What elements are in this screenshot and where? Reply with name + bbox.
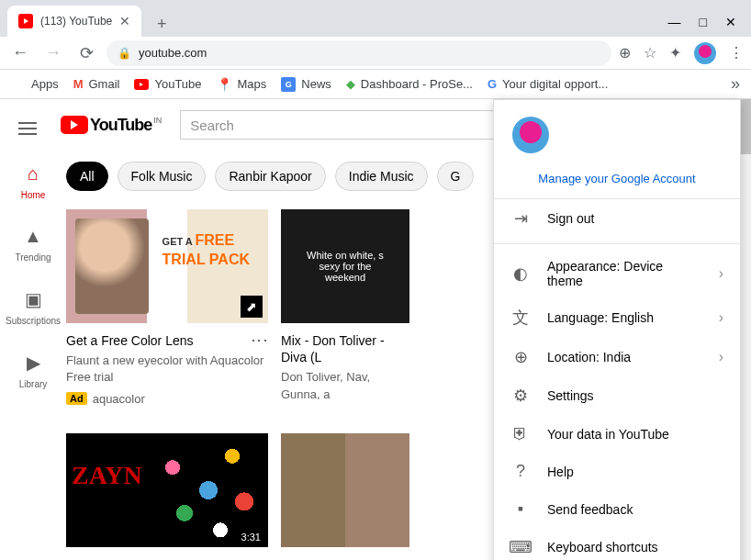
back-button[interactable]: ←: [7, 40, 33, 66]
video-card-4[interactable]: 3:31: [66, 433, 268, 547]
youtube-icon: [134, 79, 149, 90]
window-controls: — □ ✕: [668, 15, 751, 37]
globe-icon: ⊕: [510, 347, 531, 367]
extensions-icon[interactable]: ✦: [669, 44, 681, 62]
ad-badge: Ad: [66, 392, 87, 405]
youtube-bookmark[interactable]: YouTube: [134, 77, 201, 91]
video-title: Get a Free Color Lens: [66, 332, 268, 349]
video-thumbnail: 3:31: [66, 433, 268, 547]
gear-icon: ⚙: [510, 386, 531, 406]
chip-folk[interactable]: Folk Music: [118, 162, 207, 191]
news-bookmark[interactable]: G News: [281, 77, 331, 92]
url-input[interactable]: 🔒 youtube.com: [106, 40, 611, 66]
sidebar: ⌂ Home ▲ Trending ▣ Subscriptions ▶ Libr…: [0, 99, 66, 560]
chip-indie[interactable]: Indie Music: [335, 162, 428, 191]
location-item[interactable]: ⊕ Location: India ›: [494, 338, 740, 376]
lock-icon: 🔒: [118, 47, 131, 60]
browser-tab[interactable]: (113) YouTube ✕: [7, 6, 141, 37]
chip-partial[interactable]: G: [437, 162, 475, 191]
titlebar: (113) YouTube ✕ + — □ ✕: [0, 0, 751, 37]
youtube-favicon: [18, 14, 33, 28]
divider: [494, 243, 740, 244]
chip-ranbir[interactable]: Ranbir Kapoor: [215, 162, 325, 191]
library-icon: ▶: [27, 352, 40, 374]
url-text: youtube.com: [139, 46, 207, 60]
sidebar-subscriptions[interactable]: ▣ Subscriptions: [0, 275, 66, 339]
google-g-icon: G: [488, 77, 497, 91]
keyboard-icon: ⌨: [510, 537, 531, 557]
signout-item[interactable]: ⇥ Sign out: [494, 199, 740, 238]
youtube-logo[interactable]: YouTube IN: [61, 116, 162, 135]
maps-bookmark[interactable]: 📍 Maps: [217, 77, 267, 92]
yourdata-item[interactable]: ⛨ Your data in YouTube: [494, 415, 740, 453]
chip-all[interactable]: All: [66, 162, 108, 191]
video-description: Flaunt a new eyecolor with Aquacolor Fre…: [66, 353, 268, 386]
close-window-button[interactable]: ✕: [725, 15, 736, 29]
reload-button[interactable]: ⟳: [73, 40, 99, 66]
maximize-button[interactable]: □: [700, 15, 707, 29]
language-icon: 文: [510, 307, 531, 329]
digital-bookmark[interactable]: G Your digital opport...: [488, 77, 608, 91]
tab-title: (113) YouTube: [40, 15, 112, 28]
sidebar-library[interactable]: ▶ Library: [0, 339, 66, 402]
video-card-2[interactable]: White on white, s sexy for the weekend M…: [281, 209, 409, 406]
help-item[interactable]: ? Help: [494, 453, 740, 490]
apps-bookmark[interactable]: Apps: [11, 77, 59, 92]
apps-icon: [11, 77, 26, 92]
video-thumbnail: [281, 433, 409, 547]
home-icon: ⌂: [28, 163, 39, 185]
video-channel: Don Toliver, Nav, Gunna, a: [281, 369, 409, 402]
video-duration: 3:31: [238, 531, 264, 543]
settings-item[interactable]: ⚙ Settings: [494, 376, 740, 415]
gmail-bookmark[interactable]: M Gmail: [73, 77, 120, 91]
video-thumbnail: GET A FREE TRIAL PACK ⬈: [66, 209, 268, 323]
signout-icon: ⇥: [510, 208, 531, 229]
appearance-icon: ◐: [510, 263, 531, 284]
account-menu: Manage your Google Account ⇥ Sign out ◐ …: [493, 99, 741, 560]
shortcuts-item[interactable]: ⌨ Keyboard shortcuts: [494, 528, 740, 560]
video-menu-icon[interactable]: ⋮: [250, 332, 270, 349]
manage-account-link[interactable]: Manage your Google Account: [494, 164, 740, 199]
bookmarks-overflow-icon[interactable]: »: [731, 74, 740, 94]
menu-header: [494, 100, 740, 164]
address-bar: ← → ⟳ 🔒 youtube.com ⊕ ☆ ✦ ⋮: [0, 37, 751, 70]
gmail-icon: M: [73, 77, 84, 91]
language-item[interactable]: 文 Language: English ›: [494, 297, 740, 338]
browser-menu-icon[interactable]: ⋮: [729, 44, 744, 62]
dashboard-icon: ◆: [346, 77, 355, 91]
open-link-icon: ⬈: [241, 296, 263, 318]
subscriptions-icon: ▣: [25, 288, 42, 310]
video-title: Mix - Don Toliver - Diva (L: [281, 332, 409, 365]
menu-avatar: [512, 117, 549, 153]
trending-icon: ▲: [24, 226, 42, 247]
chevron-right-icon: ›: [719, 309, 723, 326]
help-icon: ?: [510, 462, 531, 481]
minimize-button[interactable]: —: [668, 15, 681, 29]
zoom-icon[interactable]: ⊕: [619, 44, 631, 62]
chevron-right-icon: ›: [719, 265, 723, 282]
close-tab-icon[interactable]: ✕: [119, 14, 130, 28]
profile-avatar[interactable]: [694, 42, 716, 64]
maps-icon: 📍: [217, 77, 232, 92]
main-content: YouTube IN Search All Folk Music Ranbir …: [66, 99, 751, 560]
video-card-1[interactable]: GET A FREE TRIAL PACK ⬈ Get a Free Color…: [66, 209, 268, 406]
youtube-logo-icon: [61, 116, 88, 134]
shield-icon: ⛨: [510, 424, 531, 443]
video-thumbnail: White on white, s sexy for the weekend: [281, 209, 409, 323]
news-icon: G: [281, 77, 296, 92]
feedback-icon: ▪: [510, 499, 531, 519]
chevron-right-icon: ›: [719, 349, 723, 365]
video-card-5[interactable]: [281, 433, 409, 547]
hamburger-menu[interactable]: [18, 122, 37, 135]
bookmarks-bar: Apps M Gmail YouTube 📍 Maps G News ◆ Das…: [0, 70, 751, 99]
feedback-item[interactable]: ▪ Send feedback: [494, 490, 740, 528]
dashboard-bookmark[interactable]: ◆ Dashboard - ProSe...: [346, 77, 473, 91]
forward-button[interactable]: →: [40, 40, 66, 66]
appearance-item[interactable]: ◐ Appearance: Device theme ›: [494, 250, 740, 297]
content-area: ⌂ Home ▲ Trending ▣ Subscriptions ▶ Libr…: [0, 99, 751, 560]
sidebar-home[interactable]: ⌂ Home: [0, 151, 66, 213]
video-meta: Ad aquacolor: [66, 392, 268, 406]
sidebar-trending[interactable]: ▲ Trending: [0, 213, 66, 275]
bookmark-star-icon[interactable]: ☆: [644, 44, 656, 62]
new-tab-button[interactable]: +: [149, 11, 174, 37]
